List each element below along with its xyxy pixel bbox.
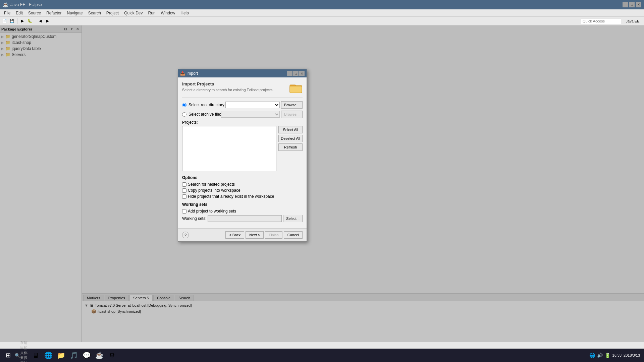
tray-network: 🌐 [589,353,595,358]
window-controls: — □ ✕ [623,2,641,7]
dialog-header: Import Projects Select a directory to se… [182,81,303,98]
dialog-header-text: Import Projects Select a directory to se… [182,81,289,92]
toolbar-sep1 [17,18,17,24]
projects-area: Select All Deselect All Refresh [182,126,303,171]
menu-file[interactable]: File [1,10,13,16]
taskbar-view-button[interactable]: 🖥 [30,349,42,361]
menu-edit[interactable]: Edit [13,10,25,16]
taskbar-browser[interactable]: 🌐 [42,349,54,361]
menu-project[interactable]: Project [104,10,121,16]
taskbar-explorer[interactable]: 📁 [55,349,67,361]
dialog-main-title: Import Projects [182,81,289,86]
taskbar-music[interactable]: 🎵 [68,349,80,361]
option-copy-projects: Copy projects into workspace [182,188,303,193]
help-button[interactable]: ? [182,232,189,238]
dialog-maximize[interactable]: □ [293,71,299,76]
toolbar: 📄 💾 ▶ 🐛 ◀ ▶ Java EE [0,17,644,25]
taskbar-chat[interactable]: 💬 [80,349,93,361]
deselect-all-button[interactable]: Deselect All [278,135,303,142]
menu-window[interactable]: Window [158,10,178,16]
browse-archive-button: Browse... [281,111,303,118]
select-archive-radio[interactable] [182,112,186,117]
select-root-radio[interactable] [182,103,186,107]
toolbar-java-ee[interactable]: Java EE [623,18,643,24]
select-archive-label: Select archive file: [189,112,221,117]
archive-file-dropdown [221,111,280,118]
working-sets-label: Working sets: [182,216,206,221]
menu-source[interactable]: Source [25,10,44,16]
main-layout: Package Explorer ⊟ ▾ ✕ ▷ 📁 generatorSqlm… [0,25,644,342]
toolbar-back[interactable]: ◀ [37,18,44,24]
taskbar: ⊞ 🔍 在这里输入你要搜索的内容 🖥 🌐 📁 🎵 💬 ☕ ⚙ 🌐 🔊 🔋 16:… [0,349,644,362]
dialog-folder-icon [289,81,303,94]
refresh-button[interactable]: Refresh [278,143,303,151]
back-button[interactable]: < Back [225,231,244,239]
select-ws-button[interactable]: Select... [283,215,303,222]
search-taskbar-button[interactable]: 🔍 在这里输入你要搜索的内容 [15,349,28,361]
toolbar-forward[interactable]: ▶ [44,18,51,24]
option-hide-projects: Hide projects that already exist in the … [182,194,303,199]
taskbar-apps: 🖥 🌐 📁 🎵 💬 ☕ ⚙ [30,349,118,361]
taskbar-java[interactable]: ☕ [93,349,105,361]
dialog-controls: — □ ✕ [287,71,305,76]
dialog-close[interactable]: ✕ [299,71,305,76]
taskbar-right: 🌐 🔊 🔋 16:33 2018/3/13 [589,353,643,358]
tray-volume: 🔊 [597,353,603,358]
import-dialog: 📥 Import — □ ✕ Import Projects Select a … [178,69,307,242]
copy-projects-label: Copy projects into workspace [188,188,240,193]
select-root-row: Select root directory: Browse... [182,101,303,109]
select-all-button[interactable]: Select All [278,126,303,133]
tray-battery: 🔋 [605,353,610,358]
menu-quickdev[interactable]: Quick Dev [121,10,145,16]
maximize-button[interactable]: □ [629,2,635,7]
dialog-subtitle: Select a directory to search for existin… [182,88,289,92]
toolbar-run[interactable]: ▶ [19,18,26,24]
finish-button[interactable]: Finish [265,231,282,239]
dialog-titlebar: 📥 Import — □ ✕ [178,69,307,77]
menu-run[interactable]: Run [146,10,158,16]
option-nested-projects: Search for nested projects [182,182,303,187]
dialog-icon-small: 📥 [180,71,185,76]
add-working-sets-label: Add project to working sets [188,209,236,214]
dialog-body: Import Projects Select a directory to se… [178,77,307,228]
copy-projects-checkbox[interactable] [182,188,186,193]
cancel-button[interactable]: Cancel [284,231,303,239]
menu-search[interactable]: Search [86,10,104,16]
dialog-title-text: Import [186,71,287,76]
eclipse-status-bar [0,342,644,349]
working-sets-row: Working sets: Select... [182,215,303,222]
minimize-button[interactable]: — [623,2,628,7]
clock-time: 16:33 [612,353,622,357]
toolbar-new[interactable]: 📄 [1,18,8,24]
toolbar-sep2 [35,18,35,24]
menu-refactor[interactable]: Refactor [44,10,64,16]
projects-label: Projects: [182,120,303,125]
menu-navigate[interactable]: Navigate [64,10,85,16]
hide-projects-label: Hide projects that already exist in the … [188,194,274,199]
select-archive-row: Select archive file: Browse... [182,111,303,118]
browse-root-button[interactable]: Browse... [281,101,303,109]
working-sets-title: Working sets [182,202,303,207]
dialog-overlay [0,25,644,342]
add-to-working-sets-row: Add project to working sets [182,209,303,214]
toolbar-save[interactable]: 💾 [9,18,15,24]
menu-help[interactable]: Help [178,10,192,16]
quick-access-input[interactable] [581,18,621,24]
window-title: Java EE - Eclipse [10,2,42,7]
clock-date: 2018/3/13 [624,353,640,357]
next-button[interactable]: Next > [246,231,264,239]
projects-listbox[interactable] [182,126,276,171]
svg-rect-2 [290,86,302,93]
close-button[interactable]: ✕ [636,2,641,7]
hide-projects-checkbox[interactable] [182,194,186,199]
projects-side-buttons: Select All Deselect All Refresh [278,126,303,171]
nested-projects-label: Search for nested projects [188,182,235,187]
dialog-minimize[interactable]: — [287,71,292,76]
add-working-sets-checkbox[interactable] [182,209,186,214]
toolbar-debug[interactable]: 🐛 [26,18,33,24]
options-title: Options [182,175,303,180]
root-directory-dropdown[interactable] [225,102,280,108]
start-button[interactable]: ⊞ [1,349,15,361]
taskbar-settings[interactable]: ⚙ [106,349,118,361]
nested-projects-checkbox[interactable] [182,182,186,187]
